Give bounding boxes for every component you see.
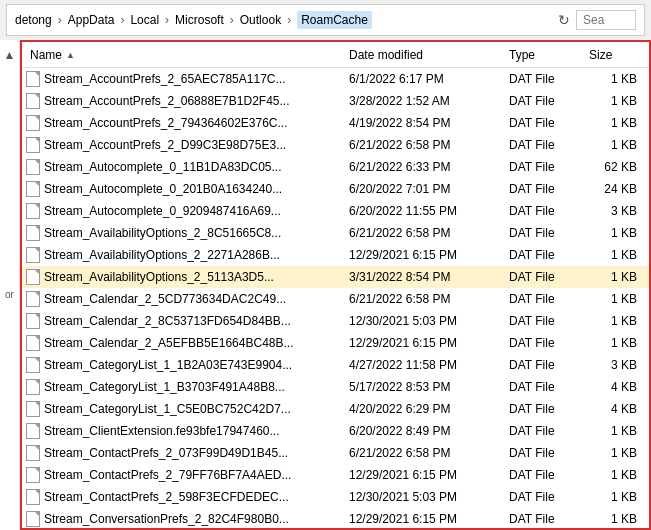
table-row[interactable]: Stream_Autocomplete_0_9209487416A69... 6… <box>22 200 649 222</box>
file-size: 1 KB <box>585 116 645 130</box>
sort-arrow-name: ▲ <box>66 50 75 60</box>
table-row[interactable]: Stream_ClientExtension.fe93bfe17947460..… <box>22 420 649 442</box>
table-row[interactable]: Stream_ContactPrefs_2_598F3ECFDEDEC... 1… <box>22 486 649 508</box>
table-row[interactable]: Stream_AccountPrefs_2_65AEC785A117C... 6… <box>22 68 649 90</box>
breadcrumb-appdata[interactable]: AppData <box>68 13 115 27</box>
file-icon <box>26 71 40 87</box>
search-input[interactable] <box>576 10 636 30</box>
file-size: 1 KB <box>585 468 645 482</box>
breadcrumb-sep-5: › <box>287 13 291 27</box>
file-date: 6/21/2022 6:58 PM <box>345 446 505 460</box>
breadcrumb-detong[interactable]: detong <box>15 13 52 27</box>
file-size: 1 KB <box>585 424 645 438</box>
file-type: DAT File <box>505 204 585 218</box>
file-name-text: Stream_AvailabilityOptions_2_5113A3D5... <box>44 270 274 284</box>
file-name-text: Stream_ContactPrefs_2_79FF76BF7A4AED... <box>44 468 291 482</box>
file-name-text: Stream_Autocomplete_0_11B1DA83DC05... <box>44 160 281 174</box>
file-type: DAT File <box>505 116 585 130</box>
breadcrumb-sep-4: › <box>230 13 234 27</box>
address-bar[interactable]: detong › AppData › Local › Microsoft › O… <box>6 4 645 36</box>
table-row[interactable]: Stream_Autocomplete_0_201B0A1634240... 6… <box>22 178 649 200</box>
file-date: 4/20/2022 6:29 PM <box>345 402 505 416</box>
table-row[interactable]: Stream_Calendar_2_5CD773634DAC2C49... 6/… <box>22 288 649 310</box>
breadcrumb-local[interactable]: Local <box>130 13 159 27</box>
sidebar-up-arrow[interactable]: ▲ <box>4 48 16 62</box>
table-row[interactable]: Stream_AvailabilityOptions_2_2271A286B..… <box>22 244 649 266</box>
column-headers: Name ▲ Date modified Type Size <box>22 42 649 68</box>
col-header-name[interactable]: Name ▲ <box>26 48 345 62</box>
table-row[interactable]: Stream_AvailabilityOptions_2_5113A3D5...… <box>22 266 649 288</box>
file-name-cell: Stream_ConversationPrefs_2_82C4F980B0... <box>26 511 345 527</box>
file-type: DAT File <box>505 226 585 240</box>
file-date: 12/30/2021 5:03 PM <box>345 314 505 328</box>
file-name-text: Stream_CategoryList_1_1B2A03E743E9904... <box>44 358 292 372</box>
file-icon <box>26 313 40 329</box>
file-name-cell: Stream_ContactPrefs_2_073F99D49D1B45... <box>26 445 345 461</box>
table-row[interactable]: Stream_CategoryList_1_1B2A03E743E9904...… <box>22 354 649 376</box>
table-row[interactable]: Stream_AccountPrefs_2_D99C3E98D75E3... 6… <box>22 134 649 156</box>
breadcrumb-sep-2: › <box>120 13 124 27</box>
table-row[interactable]: Stream_ContactPrefs_2_073F99D49D1B45... … <box>22 442 649 464</box>
file-type: DAT File <box>505 270 585 284</box>
file-name-text: Stream_AccountPrefs_2_06888E7B1D2F45... <box>44 94 289 108</box>
table-row[interactable]: Stream_Calendar_2_8C53713FD654D84BB... 1… <box>22 310 649 332</box>
file-name-cell: Stream_Calendar_2_A5EFBB5E1664BC48B... <box>26 335 345 351</box>
table-row[interactable]: Stream_CategoryList_1_C5E0BC752C42D7... … <box>22 398 649 420</box>
file-date: 5/17/2022 8:53 PM <box>345 380 505 394</box>
file-size: 1 KB <box>585 336 645 350</box>
table-row[interactable]: Stream_Calendar_2_A5EFBB5E1664BC48B... 1… <box>22 332 649 354</box>
file-date: 4/27/2022 11:58 PM <box>345 358 505 372</box>
file-name-cell: Stream_Autocomplete_0_201B0A1634240... <box>26 181 345 197</box>
file-date: 12/30/2021 5:03 PM <box>345 490 505 504</box>
file-name-cell: Stream_AccountPrefs_2_794364602E376C... <box>26 115 345 131</box>
file-icon <box>26 489 40 505</box>
file-type: DAT File <box>505 358 585 372</box>
table-row[interactable]: Stream_AccountPrefs_2_06888E7B1D2F45... … <box>22 90 649 112</box>
file-size: 1 KB <box>585 226 645 240</box>
file-icon <box>26 203 40 219</box>
breadcrumb-outlook[interactable]: Outlook <box>240 13 281 27</box>
main-layout: ▲ or Name ▲ Date modified Type Size <box>0 40 651 530</box>
file-name-cell: Stream_Calendar_2_8C53713FD654D84BB... <box>26 313 345 329</box>
file-name-text: Stream_CategoryList_1_B3703F491A48B8... <box>44 380 285 394</box>
file-name-text: Stream_Calendar_2_8C53713FD654D84BB... <box>44 314 291 328</box>
col-header-size[interactable]: Size <box>585 48 645 62</box>
file-date: 6/21/2022 6:33 PM <box>345 160 505 174</box>
file-list: Stream_AccountPrefs_2_65AEC785A117C... 6… <box>22 68 649 528</box>
file-icon <box>26 225 40 241</box>
sidebar-label: or <box>5 289 14 300</box>
file-name-text: Stream_Autocomplete_0_201B0A1634240... <box>44 182 282 196</box>
breadcrumb-sep-3: › <box>165 13 169 27</box>
file-icon <box>26 445 40 461</box>
breadcrumb-microsoft[interactable]: Microsoft <box>175 13 224 27</box>
file-name-text: Stream_Autocomplete_0_9209487416A69... <box>44 204 281 218</box>
col-header-date[interactable]: Date modified <box>345 48 505 62</box>
table-row[interactable]: Stream_ConversationPrefs_2_82C4F980B0...… <box>22 508 649 528</box>
sidebar: ▲ or <box>0 40 20 530</box>
file-icon <box>26 357 40 373</box>
file-type: DAT File <box>505 94 585 108</box>
table-row[interactable]: Stream_Autocomplete_0_11B1DA83DC05... 6/… <box>22 156 649 178</box>
file-type: DAT File <box>505 336 585 350</box>
address-bar-right: ↻ <box>558 10 636 30</box>
table-row[interactable]: Stream_AvailabilityOptions_2_8C51665C8..… <box>22 222 649 244</box>
breadcrumb-roamcache[interactable]: RoamCache <box>297 11 372 29</box>
file-size: 3 KB <box>585 358 645 372</box>
file-type: DAT File <box>505 468 585 482</box>
file-name-text: Stream_ContactPrefs_2_073F99D49D1B45... <box>44 446 288 460</box>
file-name-cell: Stream_AccountPrefs_2_D99C3E98D75E3... <box>26 137 345 153</box>
table-row[interactable]: Stream_AccountPrefs_2_794364602E376C... … <box>22 112 649 134</box>
file-size: 1 KB <box>585 270 645 284</box>
file-size: 4 KB <box>585 402 645 416</box>
file-date: 6/20/2022 7:01 PM <box>345 182 505 196</box>
table-row[interactable]: Stream_CategoryList_1_B3703F491A48B8... … <box>22 376 649 398</box>
refresh-button[interactable]: ↻ <box>558 12 570 28</box>
file-name-cell: Stream_Autocomplete_0_9209487416A69... <box>26 203 345 219</box>
table-row[interactable]: Stream_ContactPrefs_2_79FF76BF7A4AED... … <box>22 464 649 486</box>
file-icon <box>26 467 40 483</box>
file-name-text: Stream_ConversationPrefs_2_82C4F980B0... <box>44 512 289 526</box>
file-size: 3 KB <box>585 204 645 218</box>
file-type: DAT File <box>505 314 585 328</box>
col-header-type[interactable]: Type <box>505 48 585 62</box>
file-date: 12/29/2021 6:15 PM <box>345 248 505 262</box>
